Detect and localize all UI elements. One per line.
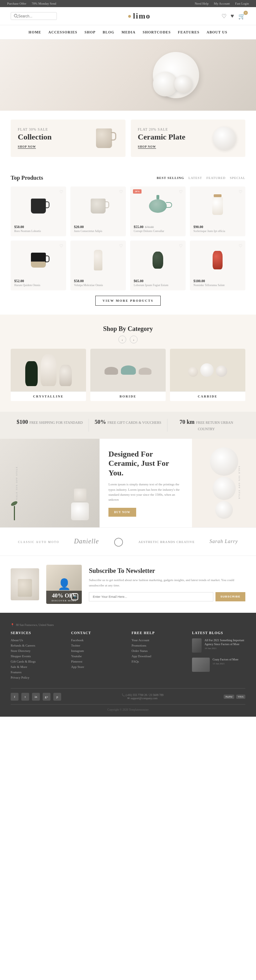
social-googleplus[interactable]: g+: [43, 693, 51, 701]
search-icon: [14, 14, 18, 18]
footer-link-promotions[interactable]: Promotions: [132, 644, 185, 647]
product-card-8[interactable]: ♡ $180.00 Nominke Tellorunna Salute: [190, 240, 245, 290]
newsletter-text: Subscribe us to get notified about new f…: [89, 578, 245, 588]
category-img-crystalline: [11, 349, 86, 391]
product-card-4[interactable]: ♡ $90.00 Scelerisque Justo Ipt officia: [190, 186, 245, 236]
designed-buy-btn[interactable]: BUY NOW: [108, 508, 136, 517]
footer-link-features[interactable]: Features: [11, 670, 64, 674]
wishlist-heart-5[interactable]: ♡: [59, 243, 63, 249]
footer-link-instagram[interactable]: Instagram: [71, 649, 124, 652]
product-name-7: Loborum Ipsum Fugiat Enium: [134, 283, 182, 287]
footer-link-twitter[interactable]: Twitter: [71, 644, 124, 647]
newsletter-email-input[interactable]: [89, 592, 213, 601]
ceramic-big: [71, 503, 89, 520]
favorites-icon[interactable]: ♥: [231, 13, 234, 19]
category-prev[interactable]: ‹: [118, 336, 126, 344]
product-name-8: Nominke Tellorunna Salute: [193, 283, 242, 287]
footer-link-sale[interactable]: Sale & More: [11, 665, 64, 669]
brand-1: CLASSIC AUTO MOTO: [18, 539, 59, 544]
product-name-6: Volutpa Molestiae Omnis: [74, 283, 122, 287]
mug-speckled-shape: [91, 199, 106, 213]
newsletter-content: Subscribe To Newsletter Subscribe us to …: [89, 567, 245, 601]
search-bar[interactable]: [11, 12, 57, 20]
category-label-boride: BORIDE: [90, 391, 166, 401]
brand-logo-5: Sarah Larry: [210, 539, 238, 544]
product-img-8: [193, 244, 242, 276]
wishlist-heart-8[interactable]: ♡: [239, 243, 242, 249]
nav-accessories[interactable]: ACCESSORIES: [48, 29, 78, 36]
product-card-6[interactable]: ♡ $58.00 Volutpa Molestiae Omnis: [70, 240, 126, 290]
search-input[interactable]: [18, 14, 54, 18]
footer-link-orders[interactable]: Order Status: [132, 649, 185, 652]
cart-button[interactable]: 🛒 0: [238, 13, 245, 19]
product-card-2[interactable]: ♡ $20.00 Justo Consectetur Adipis: [70, 186, 126, 236]
promo-btn-left[interactable]: SHOP NOW: [18, 145, 36, 149]
footer-link-privacy[interactable]: Privacy Policy: [11, 676, 64, 679]
purchase-offer[interactable]: Purchase Offer: [7, 2, 26, 5]
footer-link-refunds[interactable]: Refunds & Careers: [11, 644, 64, 647]
nav-media[interactable]: MEDIA: [122, 29, 135, 36]
products-row-1: ♡ $50.00 Boro Nostrum Lobortis ♡ $20.00 …: [11, 186, 245, 236]
wishlist-heart-3[interactable]: ♡: [179, 189, 183, 195]
footer-link-store[interactable]: Store Directory: [11, 649, 64, 652]
wishlist-icon[interactable]: ♡: [221, 13, 226, 19]
filter-special[interactable]: SPECIAL: [230, 176, 245, 180]
side-label-left: SALE 50% OFF STILE: [16, 466, 18, 500]
nav-shop[interactable]: SHOP: [84, 29, 95, 36]
instagram-icon[interactable]: 📷: [71, 593, 78, 600]
wishlist-heart-7[interactable]: ♡: [179, 243, 183, 249]
social-pinterest[interactable]: p: [53, 693, 61, 701]
nav-shortcodes[interactable]: SHORTCODES: [143, 29, 171, 36]
promo-img-right: [210, 127, 238, 150]
footer-address: 📍 80 San Franscesco, United States: [11, 624, 245, 627]
category-boride[interactable]: BORIDE: [90, 349, 166, 401]
footer-link-events[interactable]: Shopper Events: [11, 654, 64, 658]
filter-latest[interactable]: LATEST: [188, 176, 202, 180]
need-help-link[interactable]: Need Help: [195, 2, 209, 5]
product-card-5[interactable]: ♡ $52.00 Harum Quidem Omnis: [11, 240, 66, 290]
social-twitter[interactable]: t: [21, 693, 29, 701]
newsletter-subscribe-btn[interactable]: SUBSCRIBE: [215, 592, 245, 601]
social-instagram[interactable]: in: [32, 693, 40, 701]
product-card-7[interactable]: ♡ $65.00 Loborum Ipsum Fugiat Enium: [130, 240, 186, 290]
wishlist-heart-2[interactable]: ♡: [119, 189, 123, 195]
wishlist-heart-6[interactable]: ♡: [119, 243, 123, 249]
promo-btn-right[interactable]: SHOP NOW: [138, 145, 156, 149]
view-more-btn[interactable]: VIEW MORE PRODUCTS: [95, 296, 161, 305]
filter-best-selling[interactable]: BEST SELLING: [157, 176, 184, 180]
feature-return: 70 km FREE RETURN URBAN COUNTRY: [167, 419, 245, 432]
social-facebook[interactable]: f: [11, 693, 19, 701]
payment-visa: VISA: [236, 695, 245, 699]
wishlist-heart-4[interactable]: ♡: [239, 189, 242, 195]
category-next[interactable]: ›: [130, 336, 138, 344]
footer-link-about[interactable]: About Us: [11, 638, 64, 642]
feature-return-value: 70 km FREE RETURN URBAN COUNTRY: [171, 419, 242, 432]
filter-featured[interactable]: FEATURED: [206, 176, 226, 180]
login-link[interactable]: Fast Login: [235, 2, 249, 5]
footer-link-youtube[interactable]: Youtube: [71, 654, 124, 658]
footer-link-facebook[interactable]: Facebook: [71, 638, 124, 642]
nav-about[interactable]: ABOUT US: [207, 29, 227, 36]
footer-link-pinterest[interactable]: Pinterest: [71, 660, 124, 663]
footer-link-faq[interactable]: FAQs: [132, 660, 185, 663]
footer-link-app[interactable]: App Download: [132, 654, 185, 658]
product-card-3[interactable]: 20% ♡ $55.00 $70.00 Corrupt Dolores Conv…: [130, 186, 186, 236]
nav-blog[interactable]: BLOG: [103, 29, 114, 36]
vase-green-shape: [153, 251, 163, 269]
footer-link-account[interactable]: Your Account: [132, 638, 185, 642]
footer-grid: SERVICES About Us Refunds & Careers Stor…: [11, 631, 245, 681]
product-card-1[interactable]: ♡ $50.00 Boro Nostrum Lobortis: [11, 186, 66, 236]
wishlist-heart-1[interactable]: ♡: [59, 189, 63, 195]
nav-features[interactable]: FEATURES: [178, 29, 199, 36]
footer-link-appstore[interactable]: App Store: [71, 665, 124, 669]
my-account-link[interactable]: My Account: [214, 2, 230, 5]
promo-img-left: [90, 129, 118, 148]
footer-link-gifts[interactable]: Gift Cards & Blogs: [11, 660, 64, 663]
footer-social: f t in g+ p: [11, 693, 61, 701]
nav-home[interactable]: HOME: [29, 29, 41, 36]
ceramic-set: [71, 488, 89, 520]
brands-section: CLASSIC AUTO MOTO Danielle ◯ Aesthetic B…: [0, 527, 256, 556]
category-carbide[interactable]: CARBIDE: [170, 349, 245, 401]
category-crystalline[interactable]: CRYSTALLINE: [11, 349, 86, 401]
footer-blog-img-2: [192, 658, 210, 672]
